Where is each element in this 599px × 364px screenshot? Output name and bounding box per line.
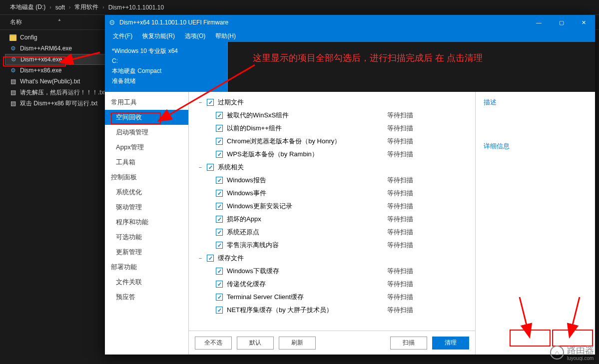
breadcrumb[interactable]: 本地磁盘 (D:)› soft› 常用软件› Dism++10.1.1001.1… bbox=[0, 0, 599, 15]
tree-item[interactable]: WPS老版本备份（by Rambin）等待扫描 bbox=[197, 148, 467, 161]
close-button[interactable]: ✕ bbox=[573, 15, 595, 30]
exe-icon: ⚙ bbox=[9, 44, 17, 52]
refresh-button[interactable]: 刷新 bbox=[279, 337, 316, 350]
group-label: 系统相关 bbox=[218, 163, 467, 172]
sidebar-item[interactable]: 程序和功能 bbox=[105, 215, 188, 230]
tree-group[interactable]: −过期文件 bbox=[197, 96, 467, 109]
menubar: 文件(F)恢复功能(R)选项(O)帮助(H) bbox=[105, 30, 595, 42]
checkbox[interactable] bbox=[207, 99, 214, 106]
right-panel: 描述 详细信息 bbox=[475, 92, 595, 355]
item-label: 系统还原点 bbox=[227, 228, 387, 237]
menu-item[interactable]: 恢复功能(R) bbox=[137, 31, 180, 41]
checkbox[interactable] bbox=[216, 138, 223, 145]
description-header: 描述 bbox=[484, 98, 587, 107]
os-panel: *Windows 10 专业版 x64 C: 本地硬盘 Compact 准备就绪… bbox=[105, 42, 595, 92]
breadcrumb-part[interactable]: 本地磁盘 (D:) bbox=[10, 3, 45, 11]
clean-button[interactable]: 清理 bbox=[432, 337, 469, 350]
deselect-all-button[interactable]: 全不选 bbox=[195, 337, 232, 350]
tree-item[interactable]: 零售演示离线内容等待扫描 bbox=[197, 239, 467, 252]
breadcrumb-part[interactable]: soft bbox=[55, 4, 65, 11]
checkbox[interactable] bbox=[216, 190, 223, 197]
item-label: Chrome浏览器老版本备份（by Honry） bbox=[227, 137, 387, 146]
sidebar-group: 常用工具 bbox=[105, 95, 188, 110]
item-label: Windows更新安装记录 bbox=[227, 202, 387, 211]
tree-item[interactable]: Terminal Server Client缓存等待扫描 bbox=[197, 291, 467, 304]
chevron-right-icon: › bbox=[69, 4, 70, 10]
os-active-card[interactable]: *Windows 10 专业版 x64 C: 本地硬盘 Compact 准备就绪 bbox=[105, 42, 228, 92]
watermark-text: 路由器 bbox=[567, 345, 594, 355]
checkbox[interactable] bbox=[216, 151, 223, 158]
minimize-button[interactable]: — bbox=[528, 15, 550, 30]
sidebar-item[interactable]: 更新管理 bbox=[105, 245, 188, 260]
sidebar-item[interactable]: 工具箱 bbox=[105, 155, 188, 170]
sidebar-item[interactable]: 驱动管理 bbox=[105, 200, 188, 215]
sidebar-item[interactable]: 空间回收 bbox=[105, 110, 188, 125]
chevron-right-icon: › bbox=[49, 4, 51, 10]
column-name[interactable]: 名称 bbox=[10, 18, 22, 26]
checkbox[interactable] bbox=[216, 125, 223, 132]
tree-item[interactable]: 损坏的Appx等待扫描 bbox=[197, 213, 467, 226]
tree-item[interactable]: Windows事件等待扫描 bbox=[197, 187, 467, 200]
tree-item[interactable]: Windows报告等待扫描 bbox=[197, 174, 467, 187]
checkbox[interactable] bbox=[216, 229, 223, 236]
tree-item[interactable]: 被取代的WinSxS组件等待扫描 bbox=[197, 109, 467, 122]
menu-item[interactable]: 文件(F) bbox=[108, 31, 137, 41]
scan-button[interactable]: 扫描 bbox=[390, 337, 427, 350]
checkbox[interactable] bbox=[216, 307, 223, 314]
os-disk: 本地硬盘 Compact bbox=[112, 66, 220, 76]
checkbox[interactable] bbox=[207, 255, 214, 262]
app-body: 常用工具空间回收启动项管理Appx管理工具箱控制面板系统优化驱动管理程序和功能可… bbox=[105, 92, 595, 355]
menu-item[interactable]: 选项(O) bbox=[180, 31, 210, 41]
checkbox[interactable] bbox=[216, 294, 223, 301]
checkbox[interactable] bbox=[207, 164, 214, 171]
checkbox[interactable] bbox=[216, 203, 223, 210]
file-name: Dism++x64.exe bbox=[20, 56, 62, 63]
checkbox[interactable] bbox=[216, 268, 223, 275]
file-name: What's New(Public).txt bbox=[20, 78, 80, 85]
collapse-icon[interactable]: − bbox=[197, 99, 204, 105]
item-label: 被取代的WinSxS组件 bbox=[227, 111, 387, 120]
group-label: 过期文件 bbox=[218, 98, 467, 107]
sidebar-item[interactable]: 启动项管理 bbox=[105, 125, 188, 140]
sidebar-item[interactable]: 预应答 bbox=[105, 290, 188, 305]
cleanup-tree: −过期文件被取代的WinSxS组件等待扫描以前的Dism++组件等待扫描Chro… bbox=[189, 92, 475, 331]
file-name: Config bbox=[20, 34, 37, 41]
default-button[interactable]: 默认 bbox=[237, 337, 274, 350]
maximize-button[interactable]: ▢ bbox=[550, 15, 573, 30]
checkbox[interactable] bbox=[216, 242, 223, 249]
tree-item[interactable]: NET程序集缓存（by 大胖子技术员）等待扫描 bbox=[197, 304, 467, 317]
checkbox[interactable] bbox=[216, 281, 223, 288]
item-label: 以前的Dism++组件 bbox=[227, 124, 387, 133]
tree-item[interactable]: 传递优化缓存等待扫描 bbox=[197, 278, 467, 291]
checkbox[interactable] bbox=[216, 216, 223, 223]
txt-icon: ▤ bbox=[9, 77, 17, 85]
sidebar-item[interactable]: 系统优化 bbox=[105, 185, 188, 200]
titlebar[interactable]: ⚙ Dism++x64 10.1.1001.10 UEFI Firmware —… bbox=[105, 15, 595, 30]
sidebar-item[interactable]: 文件关联 bbox=[105, 275, 188, 290]
checkbox[interactable] bbox=[216, 112, 223, 119]
menu-item[interactable]: 帮助(H) bbox=[210, 31, 241, 41]
tree-item[interactable]: Windows下载缓存等待扫描 bbox=[197, 265, 467, 278]
checkbox[interactable] bbox=[216, 177, 223, 184]
tree-item[interactable]: Windows更新安装记录等待扫描 bbox=[197, 200, 467, 213]
item-status: 等待扫描 bbox=[387, 124, 467, 133]
item-label: 损坏的Appx bbox=[227, 215, 387, 224]
tree-item[interactable]: 以前的Dism++组件等待扫描 bbox=[197, 122, 467, 135]
tree-group[interactable]: −系统相关 bbox=[197, 161, 467, 174]
item-status: 等待扫描 bbox=[387, 202, 467, 211]
collapse-icon[interactable]: − bbox=[197, 255, 204, 261]
watermark-sub: luyouqi.com bbox=[567, 356, 594, 361]
watermark-icon: ⌂ bbox=[550, 346, 564, 360]
tree-group[interactable]: −缓存文件 bbox=[197, 252, 467, 265]
breadcrumb-part[interactable]: Dism++10.1.1001.10 bbox=[108, 4, 164, 11]
collapse-icon[interactable]: − bbox=[197, 164, 204, 170]
file-name: 双击 Dism++x86 即可运行.txt bbox=[20, 99, 97, 108]
tree-item[interactable]: 系统还原点等待扫描 bbox=[197, 226, 467, 239]
breadcrumb-part[interactable]: 常用软件 bbox=[74, 3, 98, 11]
sidebar-item[interactable]: 可选功能 bbox=[105, 230, 188, 245]
sidebar-group: 部署功能 bbox=[105, 260, 188, 275]
sidebar-item[interactable]: Appx管理 bbox=[105, 140, 188, 155]
item-status: 等待扫描 bbox=[387, 176, 467, 185]
os-dark-area: 这里显示的项目全部勾选后，进行扫描完成后 在 点击清理 bbox=[228, 42, 595, 92]
tree-item[interactable]: Chrome浏览器老版本备份（by Honry）等待扫描 bbox=[197, 135, 467, 148]
